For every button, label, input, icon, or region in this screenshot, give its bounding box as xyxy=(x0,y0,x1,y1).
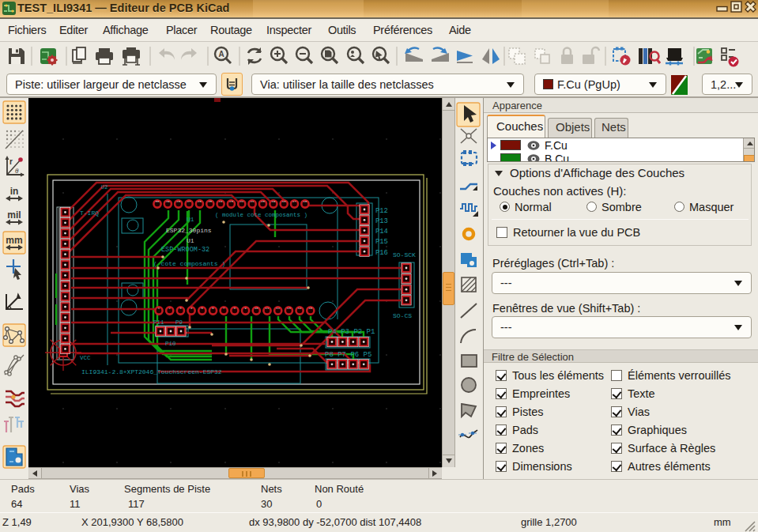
svg-text:SO-SCK: SO-SCK xyxy=(393,251,416,258)
svg-text:( cote composants ): ( cote composants ) xyxy=(153,260,225,267)
svg-text:ESP32_30pins: ESP32_30pins xyxy=(166,227,212,234)
svg-text:P4 P3 P2 P1: P4 P3 P2 P1 xyxy=(328,328,375,336)
svg-text:27: 27 xyxy=(187,200,191,203)
svg-text:12: 12 xyxy=(276,307,280,310)
svg-text:P13: P13 xyxy=(375,217,388,225)
svg-text:16: 16 xyxy=(303,200,307,203)
svg-text:mil: mil xyxy=(7,209,21,221)
svg-text:in: in xyxy=(10,186,19,197)
svg-text:P9: P9 xyxy=(175,319,183,326)
svg-text:17: 17 xyxy=(292,200,296,203)
svg-text:ESP-WROOM-32: ESP-WROOM-32 xyxy=(161,246,209,254)
svg-text:18: 18 xyxy=(282,200,286,203)
svg-text:20: 20 xyxy=(261,200,265,203)
svg-text:θ: θ xyxy=(15,167,19,175)
svg-text:( module cote composants ): ( module cote composants ) xyxy=(215,212,307,218)
svg-text:P16: P16 xyxy=(375,249,388,257)
svg-text:mm: mm xyxy=(6,235,22,246)
svg-text:21: 21 xyxy=(251,200,255,203)
svg-text:P8 P7 P6 P5: P8 P7 P6 P5 xyxy=(325,351,371,359)
svg-text:U1: U1 xyxy=(187,216,194,223)
svg-text:19: 19 xyxy=(271,200,275,203)
svg-text:22: 22 xyxy=(239,200,243,203)
svg-text:13: 13 xyxy=(287,307,291,310)
svg-text:23: 23 xyxy=(229,200,233,203)
svg-text:P14: P14 xyxy=(375,228,388,236)
svg-text:29: 29 xyxy=(166,200,170,203)
svg-text:VCC: VCC xyxy=(80,355,91,361)
svg-text:26: 26 xyxy=(198,200,202,203)
svg-text:15: 15 xyxy=(308,307,312,310)
svg-text:11: 11 xyxy=(266,307,270,310)
svg-text:10: 10 xyxy=(255,307,258,310)
svg-text:U2: U2 xyxy=(101,184,107,191)
svg-text:25: 25 xyxy=(208,200,212,203)
svg-text:U1: U1 xyxy=(187,237,194,244)
svg-text:SO-CS: SO-CS xyxy=(393,312,412,319)
svg-text:30: 30 xyxy=(156,200,160,203)
svg-text:P12: P12 xyxy=(375,207,388,215)
svg-text:28: 28 xyxy=(176,200,180,203)
svg-text:P15: P15 xyxy=(375,238,388,246)
svg-text:P10: P10 xyxy=(165,341,176,347)
svg-text:14: 14 xyxy=(298,307,302,310)
svg-text:P11: P11 xyxy=(153,319,164,326)
svg-text:r: r xyxy=(9,157,13,166)
svg-text:24: 24 xyxy=(219,200,223,203)
svg-text:ILI9341-2.8+XPT2046_Touchscree: ILI9341-2.8+XPT2046_Touchscreen-ESP32 xyxy=(81,368,222,375)
svg-text:T-IRQ: T-IRQ xyxy=(80,209,99,217)
svg-text:A: A xyxy=(218,50,224,58)
